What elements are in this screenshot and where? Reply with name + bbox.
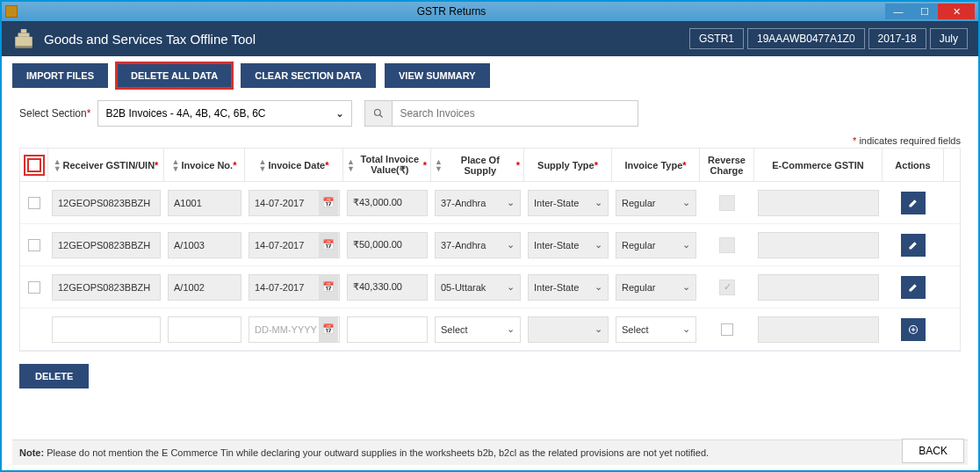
new-supply-type-select[interactable]: ⌄ (528, 316, 609, 343)
select-section-label: Select Section* (19, 107, 90, 120)
new-reverse-charge-checkbox[interactable] (721, 323, 733, 336)
cell-gstin[interactable]: 12GEOPS0823BBZH (52, 190, 161, 216)
reverse-charge-checkbox: ✓ (719, 280, 735, 295)
chevron-down-icon: ⌄ (507, 281, 515, 293)
new-pos-select[interactable]: Select⌄ (435, 316, 521, 343)
cell-invdate[interactable]: 14-07-2017📅 (249, 274, 340, 301)
delete-button[interactable]: DELETE (19, 364, 89, 388)
chevron-down-icon: ⌄ (507, 197, 515, 208)
pencil-icon (908, 198, 919, 208)
window-title: GSTR Returns (18, 5, 885, 18)
edit-row-button[interactable] (901, 234, 926, 257)
cell-invdate[interactable]: 14-07-2017📅 (249, 232, 340, 258)
chip-period: July (930, 28, 968, 49)
app-title: Goods and Services Tax Offline Tool (44, 32, 689, 47)
cell-total[interactable]: ₹40,330.00 (347, 274, 428, 301)
view-summary-button[interactable]: VIEW SUMMARY (385, 63, 490, 88)
new-row: DD-MM-YYYY📅 Select⌄ ⌄ Select⌄ (20, 309, 960, 351)
import-files-button[interactable]: IMPORT FILES (12, 63, 108, 88)
row-checkbox[interactable] (28, 197, 40, 209)
svg-rect-1 (18, 33, 30, 37)
chevron-down-icon: ⌄ (682, 323, 690, 335)
col-header-gstin[interactable]: ▲▼Receiver GSTIN/UIN* (48, 149, 164, 181)
minimize-button[interactable]: — (885, 4, 912, 19)
table-row: 12GEOPS0823BBZHA/100214-07-2017📅₹40,330.… (20, 266, 960, 309)
plus-circle-icon (908, 324, 919, 335)
row-checkbox[interactable] (28, 239, 40, 251)
col-header-total[interactable]: ▲▼Total Invoice Value(₹)* (343, 149, 431, 181)
pencil-icon (908, 282, 919, 293)
cell-invoice-type-select[interactable]: Regular⌄ (616, 190, 696, 216)
new-invdate-input[interactable]: DD-MM-YYYY📅 (249, 316, 340, 343)
edit-row-button[interactable] (901, 192, 926, 214)
new-invno-input[interactable] (168, 316, 241, 343)
new-ecommerce-gstin-input[interactable] (758, 316, 879, 343)
row-checkbox[interactable] (28, 281, 40, 294)
chip-return-type: GSTR1 (689, 28, 744, 49)
cell-invoice-type-select[interactable]: Regular⌄ (616, 232, 696, 258)
delete-all-data-button[interactable]: DELETE ALL DATA (117, 63, 232, 88)
cell-invno[interactable]: A1001 (168, 190, 241, 216)
back-button[interactable]: BACK (902, 439, 964, 463)
cell-pos-select[interactable]: 05-Uttarak⌄ (435, 274, 521, 301)
close-button[interactable]: ✕ (938, 4, 975, 19)
sort-icon: ▲▼ (54, 158, 61, 172)
cell-supply-type-select[interactable]: Inter-State⌄ (528, 274, 609, 301)
maximize-button[interactable]: ☐ (912, 4, 938, 19)
col-header-supply-type: Supply Type* (524, 149, 612, 181)
cell-ecommerce-gstin[interactable] (758, 232, 879, 258)
clear-section-data-button[interactable]: CLEAR SECTION DATA (241, 63, 376, 88)
cell-gstin[interactable]: 12GEOPS0823BBZH (52, 274, 161, 301)
calendar-icon[interactable]: 📅 (319, 317, 338, 342)
cell-invdate[interactable]: 14-07-2017📅 (249, 190, 340, 216)
chip-gstin: 19AAAWB0477A1Z0 (747, 28, 865, 49)
search-input[interactable] (393, 100, 638, 127)
cell-gstin[interactable]: 12GEOPS0823BBZH (52, 232, 161, 258)
section-dropdown[interactable]: B2B Invoices - 4A, 4B, 4C, 6B, 6C ⌄ (97, 100, 352, 127)
svg-point-4 (375, 110, 381, 116)
pencil-icon (908, 240, 919, 251)
cell-invno[interactable]: A/1002 (168, 274, 241, 301)
chevron-down-icon: ⌄ (594, 281, 602, 293)
sort-icon: ▲▼ (258, 158, 266, 172)
svg-line-5 (380, 115, 383, 118)
invoice-grid: ▲▼Receiver GSTIN/UIN* ▲▼Invoice No.* ▲▼I… (19, 148, 961, 352)
new-total-input[interactable] (347, 316, 428, 343)
calendar-icon[interactable]: 📅 (319, 233, 338, 258)
col-header-invoice-type: Invoice Type* (612, 149, 700, 181)
sort-icon: ▲▼ (435, 158, 443, 172)
svg-rect-0 (21, 29, 27, 33)
calendar-icon[interactable]: 📅 (319, 191, 338, 215)
chevron-down-icon: ⌄ (594, 323, 602, 335)
app-icon (5, 5, 18, 18)
cell-supply-type-select[interactable]: Inter-State⌄ (528, 232, 609, 258)
cell-pos-select[interactable]: 37-Andhra⌄ (435, 190, 521, 216)
cell-total[interactable]: ₹43,000.00 (347, 190, 428, 216)
toolbar: IMPORT FILES DELETE ALL DATA CLEAR SECTI… (2, 56, 978, 95)
new-gstin-input[interactable] (52, 316, 161, 343)
col-header-invdate[interactable]: ▲▼Invoice Date* (245, 149, 343, 181)
calendar-icon[interactable]: 📅 (319, 275, 338, 300)
select-all-checkbox[interactable] (27, 158, 41, 172)
col-header-pos[interactable]: ▲▼Place Of Supply* (431, 149, 524, 181)
edit-row-button[interactable] (901, 276, 926, 299)
svg-rect-2 (15, 37, 32, 47)
col-header-ecommerce-gstin: E-Commerce GSTIN (754, 149, 883, 181)
add-row-button[interactable] (901, 318, 926, 341)
col-header-invno[interactable]: ▲▼Invoice No.* (164, 149, 245, 181)
window-titlebar: GSTR Returns — ☐ ✕ (2, 2, 978, 21)
cell-invoice-type-select[interactable]: Regular⌄ (616, 274, 696, 301)
cell-ecommerce-gstin[interactable] (758, 274, 879, 301)
search-button[interactable] (364, 100, 393, 127)
cell-pos-select[interactable]: 37-Andhra⌄ (435, 232, 521, 258)
cell-total[interactable]: ₹50,000.00 (347, 232, 428, 258)
cell-supply-type-select[interactable]: Inter-State⌄ (528, 190, 609, 216)
cell-ecommerce-gstin[interactable] (758, 190, 879, 216)
chevron-down-icon: ⌄ (682, 239, 690, 251)
sort-icon: ▲▼ (172, 158, 180, 172)
app-header: Goods and Services Tax Offline Tool GSTR… (2, 21, 978, 56)
search-icon (373, 108, 384, 119)
new-invoice-type-select[interactable]: Select⌄ (616, 316, 696, 343)
sort-icon: ▲▼ (347, 158, 355, 172)
cell-invno[interactable]: A/1003 (168, 232, 241, 258)
